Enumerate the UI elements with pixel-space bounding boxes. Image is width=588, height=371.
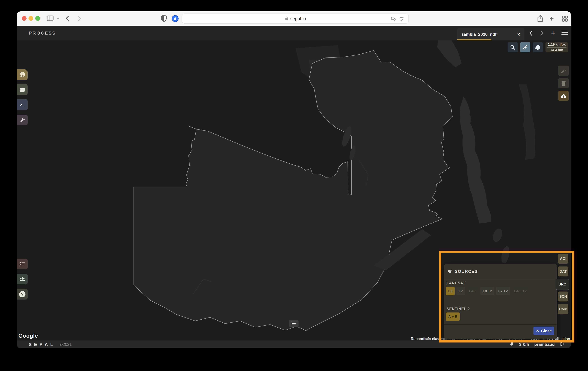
page-title: PROCESS — [29, 26, 56, 40]
sources-panel: SOURCES LANDSAT L8 L7 L4-5 L8 T2 L7 T2 L… — [444, 264, 557, 339]
recipe-tab[interactable]: zambia_2020_ndfi ✕ — [457, 28, 524, 40]
username[interactable]: prambaud — [534, 342, 555, 347]
step-tab-label: SCN — [559, 294, 567, 299]
step-tab-cmp[interactable]: CMP — [558, 304, 568, 314]
step-tab-src[interactable]: SRC — [556, 279, 569, 290]
footer-user-area: $ 0/h prambaud — [509, 341, 565, 348]
sidebar-item-apps[interactable] — [17, 115, 28, 125]
magic-wand-icon — [561, 68, 567, 74]
sidebar-item-help[interactable]: ? — [17, 289, 28, 299]
help-icon: ? — [19, 291, 25, 297]
sentinel-group-label: SENTINEL 2 — [447, 307, 470, 311]
app-footer: SEPAL ©2021 $ 0/h prambaud — [17, 340, 571, 348]
folder-icon — [19, 86, 25, 93]
translate-icon[interactable] — [391, 16, 396, 22]
extension-icon[interactable] — [172, 15, 179, 23]
chip-l4-5-t2: L4-5 T2 — [512, 287, 529, 295]
notifications-bell-icon[interactable] — [509, 341, 514, 348]
globe-icon — [19, 72, 25, 78]
layers-icon — [535, 44, 541, 50]
step-tab-label: DAT — [559, 269, 567, 274]
sepal-brand: SEPAL — [29, 342, 55, 347]
scale-rate: 1.19 km/px — [548, 42, 566, 47]
app-header: PROCESS zambia_2020_ndfi ✕ + — [17, 26, 571, 41]
map-scale-indicator: 1.19 km/px 74.4 km — [546, 42, 568, 52]
browser-toolbar: sepal.io + — [17, 11, 571, 26]
new-tab-button[interactable]: + — [549, 16, 554, 21]
dollar-icon: $ — [519, 342, 522, 347]
chip-l4-5: L4-5 — [467, 287, 479, 295]
sidebar-item-users[interactable] — [17, 274, 28, 285]
back-button[interactable] — [65, 15, 70, 22]
reload-icon[interactable] — [399, 16, 404, 22]
recipe-tab-label: zambia_2020_ndfi — [462, 32, 498, 37]
task-list-icon — [19, 261, 25, 267]
chip-l7-t2[interactable]: L7 T2 — [496, 287, 510, 295]
search-icon — [510, 44, 516, 50]
active-tab-underline — [457, 39, 491, 40]
previous-tab-button[interactable] — [528, 30, 534, 36]
add-recipe-button[interactable]: + — [550, 30, 556, 36]
sidebar-item-dashboard[interactable] — [17, 69, 28, 80]
map-menu-button[interactable] — [289, 320, 299, 327]
logout-icon[interactable] — [560, 342, 565, 348]
sidebar-toggle-icon[interactable] — [47, 15, 54, 22]
sources-panel-header: SOURCES — [444, 264, 557, 279]
chip-a-plus-b[interactable]: A + B — [446, 312, 460, 321]
chip-l8-t2[interactable]: L8 T2 — [480, 287, 494, 295]
lock-icon — [285, 16, 288, 21]
step-tab-aoi[interactable]: AOI — [558, 254, 568, 264]
forward-button[interactable] — [76, 15, 82, 22]
landsat-group-label: LANDSAT — [447, 281, 465, 285]
close-window-button[interactable] — [22, 16, 27, 21]
users-icon — [19, 276, 26, 283]
tab-overview-icon[interactable] — [561, 15, 568, 23]
desktop: sepal.io + PROCESS zambia_2020_ndfi ✕ — [0, 0, 588, 371]
map-search-button[interactable] — [508, 42, 518, 52]
next-tab-button[interactable] — [539, 30, 545, 36]
privacy-shield-icon[interactable] — [160, 15, 167, 23]
chevron-down-icon[interactable] — [56, 17, 60, 20]
chip-l7[interactable]: L7 — [456, 287, 465, 295]
url-text: sepal.io — [290, 16, 306, 21]
clear-scenes-button[interactable] — [558, 78, 569, 88]
usage-rate[interactable]: $ 0/h — [519, 342, 529, 347]
sidebar-item-terminal[interactable]: >_ — [17, 99, 28, 110]
step-tab-label: SRC — [559, 282, 566, 286]
retrieve-button[interactable] — [558, 91, 569, 101]
folded-corner — [25, 69, 28, 72]
map-canvas[interactable]: >_ ? 1.19 — [17, 40, 571, 340]
scale-distance: 74.4 km — [550, 48, 563, 52]
landsat-chip-row: L8 L7 L4-5 L8 T2 L7 T2 L4-5 T2 — [446, 287, 529, 295]
minimize-window-button[interactable] — [29, 16, 33, 21]
auto-select-scenes-button[interactable] — [558, 66, 569, 76]
close-icon: ✕ — [536, 329, 539, 333]
browser-window: sepal.io + PROCESS zambia_2020_ndfi ✕ — [17, 11, 571, 348]
close-tab-icon[interactable]: ✕ — [516, 32, 521, 37]
address-bar[interactable]: sepal.io — [182, 14, 409, 23]
sources-panel-title: SOURCES — [455, 269, 478, 274]
sidebar-item-files[interactable] — [17, 84, 28, 95]
share-icon[interactable] — [537, 15, 544, 23]
step-tab-scn[interactable]: SCN — [558, 292, 568, 301]
map-layers-button[interactable] — [533, 42, 543, 52]
chip-l8[interactable]: L8 — [446, 287, 455, 295]
recipe-menu-button[interactable] — [561, 30, 568, 36]
panel-divider — [444, 324, 557, 325]
map-link-button[interactable] — [520, 42, 530, 52]
step-tab-dat[interactable]: DAT — [558, 266, 568, 276]
link-icon — [522, 44, 528, 50]
scale-bar — [547, 47, 567, 48]
close-button-label: Close — [541, 329, 552, 333]
sidebar-item-tasks[interactable] — [17, 259, 28, 269]
google-logo: Google — [18, 333, 38, 339]
terminal-icon: >_ — [20, 102, 25, 107]
step-tab-label: AOI — [560, 256, 567, 261]
satellite-dish-icon — [447, 269, 453, 274]
copyright: ©2021 — [60, 342, 72, 347]
step-tab-label: CMP — [559, 307, 567, 311]
usage-value: 0/h — [523, 342, 529, 347]
fullscreen-window-button[interactable] — [35, 16, 40, 21]
trash-icon — [561, 80, 566, 86]
close-button[interactable]: ✕ Close — [533, 327, 554, 335]
